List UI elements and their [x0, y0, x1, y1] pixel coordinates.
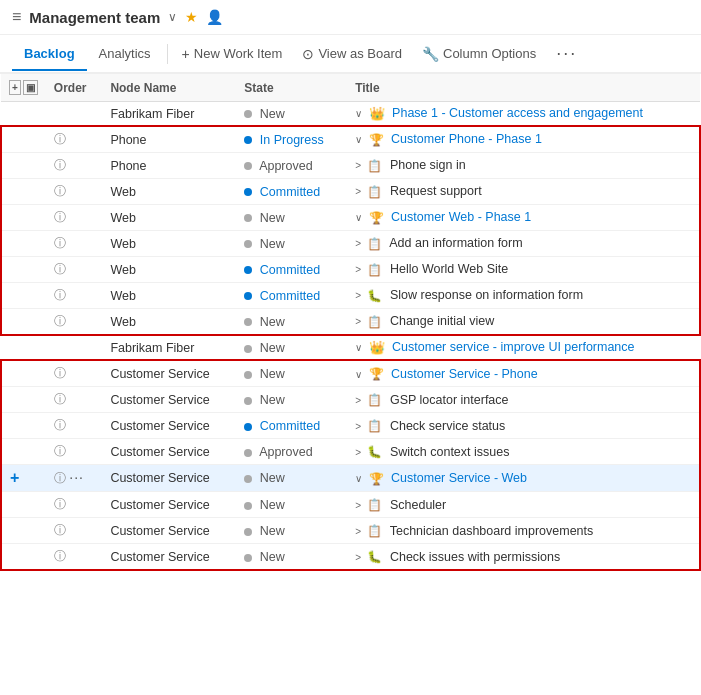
table-row: ⓘ Phone Approved > 📋 Phone sign in	[1, 153, 700, 179]
title-cell: ∨ 🏆 Customer Service - Phone	[347, 360, 700, 387]
order-cell: ⓘ	[46, 413, 103, 439]
state-dot	[244, 449, 252, 457]
add-cell	[1, 335, 46, 360]
add-cell	[1, 439, 46, 465]
new-work-item-button[interactable]: + New Work Item	[172, 38, 293, 70]
info-icon[interactable]: ⓘ	[54, 236, 66, 250]
info-icon[interactable]: ⓘ	[54, 262, 66, 276]
info-icon[interactable]: ⓘ	[54, 210, 66, 224]
expand-icon[interactable]: >	[355, 264, 361, 275]
state-dot	[244, 240, 252, 248]
expand-icon[interactable]: >	[355, 316, 361, 327]
title-link[interactable]: Customer Service - Phone	[391, 367, 538, 381]
task-icon: 📋	[367, 524, 382, 538]
title-text: Technician dashboard improvements	[390, 524, 594, 538]
expand-icon[interactable]: ∨	[355, 342, 362, 353]
favorite-icon[interactable]: ★	[185, 9, 198, 25]
add-cell	[1, 492, 46, 518]
info-icon[interactable]: ⓘ	[54, 523, 66, 537]
state-dot	[244, 502, 252, 510]
node-cell: Phone	[102, 126, 236, 153]
chevron-down-icon[interactable]: ∨	[168, 10, 177, 24]
expand-all-icon[interactable]: +	[9, 80, 21, 95]
state-label: Committed	[260, 419, 320, 433]
table-row: ⓘ Web New > 📋 Change initial view	[1, 309, 700, 336]
node-cell: Customer Service	[102, 360, 236, 387]
expand-icon[interactable]: ∨	[355, 473, 362, 484]
order-cell: ⓘ	[46, 126, 103, 153]
state-cell: New	[236, 309, 347, 336]
info-icon[interactable]: ⓘ	[54, 392, 66, 406]
add-cell	[1, 257, 46, 283]
expand-icon[interactable]: >	[355, 395, 361, 406]
expand-icon[interactable]: >	[355, 500, 361, 511]
state-dot	[244, 162, 252, 170]
info-icon[interactable]: ⓘ	[54, 184, 66, 198]
title-text: GSP locator interface	[390, 393, 509, 407]
task-icon: 📋	[367, 419, 382, 433]
expand-icon[interactable]: ∨	[355, 134, 362, 145]
add-cell: +	[1, 465, 46, 492]
title-text: Change initial view	[390, 314, 494, 328]
nav-item-analytics[interactable]: Analytics	[87, 38, 163, 69]
info-icon[interactable]: ⓘ	[54, 158, 66, 172]
more-options-button[interactable]: ···	[546, 35, 587, 72]
info-icon[interactable]: ⓘ	[54, 288, 66, 302]
column-options-button[interactable]: 🔧 Column Options	[412, 38, 546, 70]
state-label: New	[260, 107, 285, 121]
state-label: Approved	[259, 445, 313, 459]
expand-icon[interactable]: >	[355, 186, 361, 197]
expand-icon[interactable]: ∨	[355, 212, 362, 223]
expand-icon[interactable]: >	[355, 290, 361, 301]
order-cell: ⓘ	[46, 439, 103, 465]
node-cell: Fabrikam Fiber	[102, 102, 236, 127]
bug-icon: 🐛	[367, 445, 382, 459]
expand-icon[interactable]: >	[355, 447, 361, 458]
expand-icon[interactable]: >	[355, 160, 361, 171]
col-order-header: Order	[46, 74, 103, 102]
members-icon[interactable]: 👤	[206, 9, 223, 25]
info-icon[interactable]: ⓘ	[54, 497, 66, 511]
nav-item-backlog[interactable]: Backlog	[12, 38, 87, 71]
expand-icon[interactable]: >	[355, 526, 361, 537]
order-cell: ⓘ	[46, 153, 103, 179]
state-dot	[244, 371, 252, 379]
node-cell: Customer Service	[102, 439, 236, 465]
info-icon[interactable]: ⓘ	[54, 444, 66, 458]
order-cell: ⓘ	[46, 179, 103, 205]
node-cell: Customer Service	[102, 465, 236, 492]
order-cell: ⓘ	[46, 492, 103, 518]
order-cell	[46, 335, 103, 360]
title-text: Slow response on information form	[390, 288, 583, 302]
state-dot	[244, 318, 252, 326]
info-icon[interactable]: ⓘ	[54, 132, 66, 146]
task-icon: 📋	[367, 315, 382, 329]
state-dot	[244, 345, 252, 353]
view-as-board-button[interactable]: ⊙ View as Board	[292, 38, 412, 70]
expand-icon[interactable]: >	[355, 238, 361, 249]
add-cell	[1, 179, 46, 205]
info-icon[interactable]: ⓘ	[54, 366, 66, 380]
title-link[interactable]: Customer Service - Web	[391, 471, 527, 485]
expand-icon[interactable]: ∨	[355, 369, 362, 380]
state-label: Committed	[260, 263, 320, 277]
info-icon[interactable]: ⓘ	[54, 314, 66, 328]
title-link[interactable]: Customer service - improve UI performanc…	[392, 340, 634, 354]
collapse-all-icon[interactable]: ▣	[23, 80, 38, 95]
info-icon[interactable]: ⓘ	[54, 549, 66, 563]
expand-icon[interactable]: ∨	[355, 108, 362, 119]
add-button[interactable]: +	[10, 469, 19, 486]
title-link[interactable]: Phase 1 - Customer access and engagement	[392, 106, 643, 120]
state-cell: New	[236, 360, 347, 387]
state-label: In Progress	[260, 133, 324, 147]
state-label: New	[260, 550, 285, 564]
expand-icon[interactable]: >	[355, 421, 361, 432]
expand-icon[interactable]: >	[355, 552, 361, 563]
info-icon[interactable]: ⓘ	[54, 418, 66, 432]
title-link[interactable]: Customer Web - Phase 1	[391, 210, 531, 224]
context-menu-icon[interactable]: ···	[69, 469, 84, 485]
title-text: Phone sign in	[390, 158, 466, 172]
column-options-label: Column Options	[443, 46, 536, 61]
info-icon[interactable]: ⓘ	[54, 471, 66, 485]
title-link[interactable]: Customer Phone - Phase 1	[391, 132, 542, 146]
